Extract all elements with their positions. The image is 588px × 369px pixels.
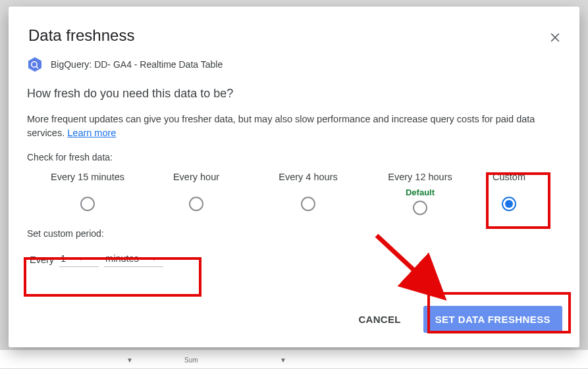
option-12h: Every 12 hours Default bbox=[364, 172, 476, 215]
custom-period-label: Set custom period: bbox=[27, 228, 561, 239]
option-4h: Every 4 hours bbox=[252, 172, 364, 211]
bigquery-icon bbox=[27, 57, 43, 72]
custom-value-dropdown[interactable]: 1 bbox=[59, 252, 99, 267]
every-label: Every bbox=[30, 255, 54, 265]
option-label: Every hour bbox=[173, 172, 219, 185]
dialog-footer: CANCEL SET DATA FRESHNESS bbox=[349, 306, 562, 333]
close-icon bbox=[548, 31, 562, 44]
svg-marker-2 bbox=[28, 57, 41, 72]
dialog-subheading: How fresh do you need this data to be? bbox=[27, 87, 561, 101]
option-label: Custom bbox=[493, 172, 525, 185]
default-tag: Default bbox=[406, 187, 435, 197]
option-label: Every 15 minutes bbox=[51, 172, 124, 185]
check-fresh-label: Check for fresh data: bbox=[27, 152, 561, 162]
radio-12h[interactable] bbox=[413, 201, 427, 215]
radio-15min[interactable] bbox=[80, 197, 95, 211]
dialog-title: Data freshness bbox=[28, 26, 560, 45]
radio-4h[interactable] bbox=[301, 197, 315, 211]
custom-value: 1 bbox=[61, 253, 66, 264]
data-source-row: BigQuery: DD- GA4 - Realtime Data Table bbox=[27, 57, 561, 72]
option-custom: Custom bbox=[476, 172, 542, 211]
radio-dot-icon bbox=[505, 200, 513, 208]
cancel-button[interactable]: CANCEL bbox=[349, 308, 410, 330]
dropdown-arrow-icon bbox=[78, 257, 84, 260]
dialog-description: More frequent updates can give you fresh… bbox=[27, 112, 561, 140]
freshness-radio-group: Every 15 minutes Every hour Every 4 hour… bbox=[27, 172, 561, 215]
learn-more-link[interactable]: Learn more bbox=[67, 128, 116, 138]
option-label: Every 12 hours bbox=[388, 172, 452, 185]
option-label: Every 4 hours bbox=[279, 172, 337, 185]
bg-row bbox=[0, 350, 588, 368]
custom-unit-dropdown[interactable]: minutes bbox=[104, 252, 163, 267]
close-button[interactable] bbox=[545, 28, 565, 47]
app-background: ▼ Sum ▼ Data freshness BigQuery: DD- GA4… bbox=[0, 0, 588, 369]
bg-cell-label: Sum bbox=[184, 357, 198, 364]
set-data-freshness-button[interactable]: SET DATA FRESHNESS bbox=[423, 306, 562, 333]
dropdown-arrow-icon bbox=[151, 257, 157, 260]
custom-unit: minutes bbox=[105, 253, 139, 264]
dropdown-arrow-icon: ▼ bbox=[126, 357, 133, 364]
radio-custom[interactable] bbox=[502, 197, 516, 211]
option-hour: Every hour bbox=[140, 172, 252, 211]
radio-hour[interactable] bbox=[189, 197, 203, 211]
option-15min: Every 15 minutes bbox=[35, 172, 140, 211]
dropdown-arrow-icon: ▼ bbox=[280, 357, 286, 364]
data-source-label: BigQuery: DD- GA4 - Realtime Data Table bbox=[51, 59, 223, 70]
data-freshness-dialog: Data freshness BigQuery: DD- GA4 - Realt… bbox=[9, 7, 579, 347]
custom-period-section: Set custom period: Every 1 minutes bbox=[27, 228, 561, 271]
custom-period-controls: Every 1 minutes bbox=[27, 248, 561, 271]
